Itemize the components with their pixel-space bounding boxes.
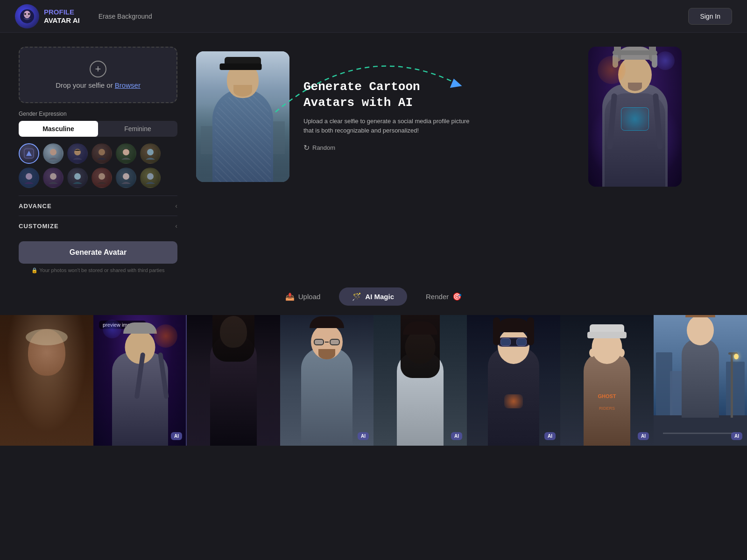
nav: Erase Background xyxy=(80,12,152,21)
customize-section[interactable]: CUSTOMIZE ‹ xyxy=(19,216,177,236)
ai-badge-2: AI xyxy=(171,432,182,440)
avatar-thumb-5[interactable] xyxy=(140,143,161,164)
gallery-item-2[interactable]: preview image 🖼 AI xyxy=(93,315,187,446)
svg-point-2 xyxy=(24,13,26,15)
svg-point-8 xyxy=(99,149,105,155)
selfie-card xyxy=(196,51,289,182)
upload-tab-emoji: 📤 xyxy=(285,292,295,301)
svg-point-15 xyxy=(123,173,129,180)
gender-toggle: Masculine Feminine xyxy=(19,121,177,137)
upload-box[interactable]: + Drop your selfie or Browser xyxy=(19,47,177,103)
advance-label: ADVANCE xyxy=(19,203,52,210)
avatar-thumb-3d[interactable] xyxy=(19,143,39,164)
ai-badge-8: AI xyxy=(731,432,742,440)
upload-tab-label: Upload xyxy=(298,293,321,301)
avatar-thumb-10[interactable] xyxy=(116,168,136,188)
avatar-thumb-2[interactable] xyxy=(67,143,88,164)
app-name: PROFILEAVATAR AI xyxy=(44,8,80,25)
random-button[interactable]: ↻ Random xyxy=(303,143,335,152)
main-content: + Drop your selfie or Browser Gender Exp… xyxy=(0,33,747,287)
gallery-item-6[interactable]: AI xyxy=(467,315,560,446)
browser-link[interactable]: Browser xyxy=(115,81,141,89)
tab-upload[interactable]: 📤 Upload xyxy=(272,287,334,306)
avatar-thumb-9[interactable] xyxy=(92,168,112,188)
gallery-item-7[interactable]: GHOST RIDERS AI xyxy=(560,315,654,446)
svg-point-3 xyxy=(28,13,30,15)
ai-avatar-card xyxy=(588,47,682,187)
render-tab-label: Render xyxy=(426,293,449,301)
gender-feminine[interactable]: Feminine xyxy=(98,121,177,137)
tab-ai-magic[interactable]: 🪄 AI Magic xyxy=(339,287,407,306)
ai-badge-6: AI xyxy=(544,432,556,440)
gallery-strip: preview image 🖼 AI xyxy=(0,315,747,446)
gallery-item-8[interactable]: AI xyxy=(654,315,747,446)
tab-render[interactable]: Render 🎯 xyxy=(413,287,475,306)
avatar-thumb-8[interactable] xyxy=(67,168,88,188)
avatar-grid xyxy=(19,143,177,188)
avatar-thumb-3[interactable] xyxy=(92,143,112,164)
svg-point-11 xyxy=(26,173,32,180)
hero-description: Upload a clear selfie to generate a soci… xyxy=(303,117,472,136)
customize-label: CUSTOMIZE xyxy=(19,223,59,230)
advance-section[interactable]: ADVANCE ‹ xyxy=(19,196,177,216)
nav-erase-background[interactable]: Erase Background xyxy=(99,13,152,20)
upload-text: Drop your selfie or Browser xyxy=(29,81,167,89)
render-tab-emoji: 🎯 xyxy=(452,292,462,301)
avatar-thumb-1[interactable] xyxy=(43,143,63,164)
svg-point-16 xyxy=(147,173,154,180)
left-panel: + Drop your selfie or Browser Gender Exp… xyxy=(19,47,177,273)
logo-icon xyxy=(15,4,39,28)
privacy-note: 🔒 Your photos won't be stored or shared … xyxy=(19,267,177,273)
svg-point-9 xyxy=(123,149,129,155)
gender-masculine[interactable]: Masculine xyxy=(19,121,98,137)
header: PROFILEAVATAR AI Erase Background Sign I… xyxy=(0,0,747,33)
gallery-item-1[interactable] xyxy=(0,315,93,446)
upload-plus-icon: + xyxy=(90,61,106,77)
logo-area[interactable]: PROFILEAVATAR AI xyxy=(15,4,80,28)
svg-point-13 xyxy=(74,173,81,180)
tabs-section: 📤 Upload 🪄 AI Magic Render 🎯 xyxy=(0,287,747,306)
generate-avatar-button[interactable]: Generate Avatar xyxy=(19,241,177,264)
gallery-item-4[interactable]: AI xyxy=(280,315,374,446)
svg-point-14 xyxy=(99,173,105,180)
customize-chevron: ‹ xyxy=(175,222,177,230)
avatar-thumb-7[interactable] xyxy=(43,168,63,188)
svg-point-10 xyxy=(147,149,154,155)
ai-badge-7: AI xyxy=(638,432,649,440)
ai-badge-4: AI xyxy=(358,432,369,440)
gallery-item-5[interactable]: AI xyxy=(374,315,467,446)
gender-label: Gender Expression xyxy=(19,111,177,117)
avatar-thumb-11[interactable] xyxy=(140,168,161,188)
ai-magic-tab-emoji: 🪄 xyxy=(352,292,361,301)
info-card: Generate CartoonAvatars with AI Upload a… xyxy=(303,79,472,152)
svg-point-6 xyxy=(50,149,56,155)
sign-in-button[interactable]: Sign In xyxy=(688,8,732,25)
ai-badge-5: AI xyxy=(451,432,462,440)
avatar-thumb-4[interactable] xyxy=(116,143,136,164)
hero-title: Generate CartoonAvatars with AI xyxy=(303,79,472,111)
advance-chevron: ‹ xyxy=(175,202,177,210)
avatar-thumb-6[interactable] xyxy=(19,168,39,188)
hero-area: Generate CartoonAvatars with AI Upload a… xyxy=(196,47,728,271)
ai-magic-tab-label: AI Magic xyxy=(365,293,394,301)
svg-point-12 xyxy=(50,173,56,180)
gallery-item-3[interactable] xyxy=(187,315,280,446)
gallery-section: preview image 🖼 AI xyxy=(0,315,747,446)
